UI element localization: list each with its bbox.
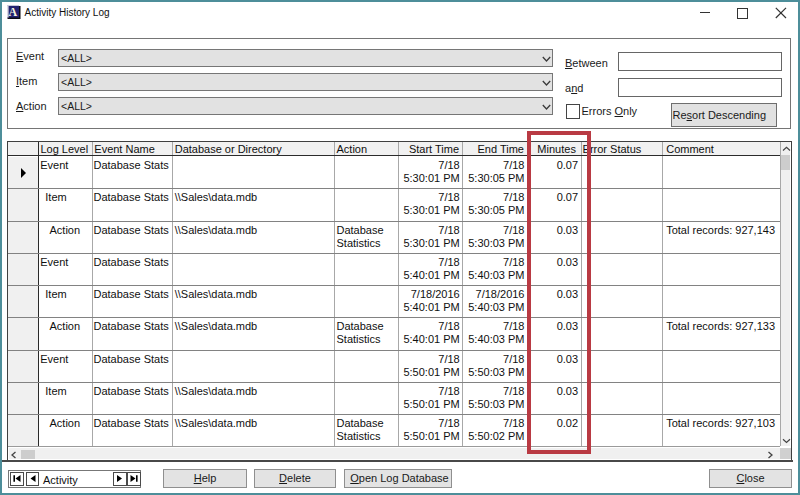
svg-text:A: A — [8, 5, 17, 19]
